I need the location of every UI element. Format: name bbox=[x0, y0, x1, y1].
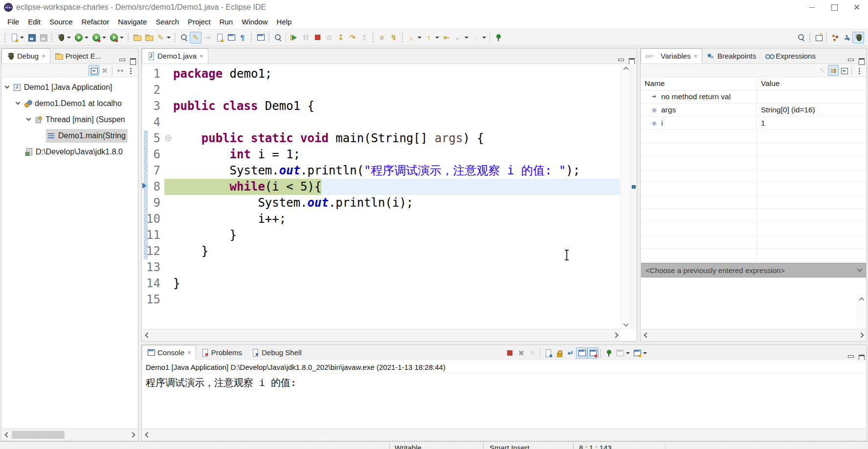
menu-item-edit[interactable]: Edit bbox=[23, 16, 45, 27]
back-button[interactable]: ← bbox=[452, 32, 464, 43]
scroll-right-icon[interactable] bbox=[857, 329, 866, 341]
drop-to-frame-button[interactable]: ↯ bbox=[388, 32, 400, 43]
scroll-up-icon[interactable] bbox=[859, 297, 864, 302]
close-tab-icon[interactable]: × bbox=[187, 349, 191, 356]
minimize-editor-button[interactable] bbox=[617, 58, 624, 64]
minimize-view-button[interactable] bbox=[118, 58, 125, 64]
java-browsing-perspective-button[interactable] bbox=[829, 32, 841, 43]
remove-launch-button[interactable]: ✖ bbox=[515, 347, 527, 359]
open-type-button[interactable] bbox=[178, 32, 190, 43]
show-type-names-button[interactable]: ✎ bbox=[817, 65, 828, 76]
run-button-dropdown-icon[interactable] bbox=[85, 37, 89, 39]
java-perspective-button[interactable] bbox=[841, 32, 852, 43]
back-button-dropdown-icon[interactable] bbox=[465, 37, 468, 39]
expression-combo[interactable]: <Choose a previously entered expression> bbox=[641, 263, 866, 278]
show-whitespace-button[interactable]: ¶ bbox=[237, 32, 248, 43]
next-annotation-button-dropdown-icon[interactable] bbox=[418, 37, 422, 39]
variables-row[interactable]: argsString[0] (id=16) bbox=[641, 104, 867, 117]
scroll-right-icon[interactable] bbox=[129, 429, 137, 440]
code-line[interactable]: 8 while(i < 5){ bbox=[142, 179, 620, 195]
disconnect-button[interactable]: ⊘ bbox=[323, 32, 335, 43]
tree-expanded-icon[interactable] bbox=[16, 100, 21, 105]
close-tab-icon[interactable]: × bbox=[200, 52, 203, 60]
menu-item-file[interactable]: File bbox=[3, 16, 23, 27]
debug-tree-item[interactable]: D:\Develop\Java\jdk1.8.0 bbox=[1, 144, 138, 160]
suspend-button[interactable] bbox=[300, 32, 312, 43]
code-line[interactable]: 2 bbox=[142, 82, 620, 98]
close-tab-icon[interactable]: × bbox=[42, 52, 45, 60]
terminate-button[interactable] bbox=[312, 32, 323, 43]
debug-tab-debug[interactable]: Debug× bbox=[1, 48, 50, 64]
fold-marker-icon[interactable] bbox=[164, 130, 173, 147]
menu-item-project[interactable]: Project bbox=[183, 16, 215, 27]
profile-button[interactable] bbox=[108, 32, 119, 43]
new-wizard-button[interactable] bbox=[8, 32, 20, 43]
collapse-all-button[interactable] bbox=[839, 65, 849, 76]
column-name[interactable]: Name bbox=[641, 77, 757, 90]
tree-expanded-icon[interactable] bbox=[5, 84, 10, 89]
debug-tree-item[interactable]: demo1.Demo1 at localho bbox=[1, 95, 138, 111]
maximize-window-button[interactable] bbox=[823, 0, 846, 15]
word-wrap-button[interactable]: ↵ bbox=[565, 347, 576, 359]
step-over-button[interactable]: ↷ bbox=[347, 32, 358, 43]
forward-button[interactable]: → bbox=[470, 32, 482, 43]
new-wizard-button-dropdown-icon[interactable] bbox=[20, 37, 24, 39]
resume-button[interactable] bbox=[288, 32, 300, 43]
remove-all-launches-button[interactable]: ✖ bbox=[527, 347, 538, 359]
open-task-button[interactable] bbox=[143, 32, 155, 43]
view-menu-button[interactable] bbox=[125, 65, 136, 76]
scroll-lock-button[interactable] bbox=[554, 347, 565, 359]
java-editor[interactable]: 1package demo1;23public class Demo1 {45 … bbox=[142, 64, 637, 341]
right-tab-expressions[interactable]: Expressions bbox=[760, 48, 820, 64]
forward-button-dropdown-icon[interactable] bbox=[482, 37, 486, 39]
code-line[interactable]: 14} bbox=[142, 276, 620, 292]
code-line[interactable]: 6 int i = 1; bbox=[142, 147, 620, 163]
column-value[interactable]: Value bbox=[757, 79, 867, 88]
external-tools-button[interactable]: ✎ bbox=[155, 32, 166, 43]
remove-all-terminated-button[interactable]: ✖ bbox=[99, 65, 110, 76]
chevron-down-icon[interactable] bbox=[857, 266, 862, 272]
current-line-marker[interactable] bbox=[632, 185, 636, 189]
overview-ruler[interactable] bbox=[630, 64, 637, 329]
menu-item-help[interactable]: Help bbox=[272, 16, 296, 27]
variables-row[interactable]: i1 bbox=[641, 117, 867, 130]
pin-editor-button[interactable] bbox=[492, 32, 504, 43]
code-line[interactable]: 7 System.out.println("程序调试演示，注意观察 i 的值: … bbox=[142, 163, 620, 179]
run-button[interactable] bbox=[72, 32, 84, 43]
scroll-down-icon[interactable] bbox=[623, 321, 628, 326]
profile-button-dropdown-icon[interactable] bbox=[120, 37, 124, 39]
right-tab-breakpoints[interactable]: Breakpoints bbox=[702, 48, 760, 64]
next-edit-button[interactable]: ⇥ bbox=[201, 32, 213, 43]
save-button[interactable] bbox=[25, 32, 37, 43]
console-output-area[interactable]: Demo1 [Java Application] D:\Develop\Java… bbox=[142, 360, 867, 429]
editor-tab-demo1-java[interactable]: Demo1.java× bbox=[142, 48, 208, 64]
editor-vscrollbar[interactable] bbox=[621, 64, 630, 329]
scrollbar-thumb[interactable] bbox=[12, 431, 65, 439]
maximize-view-button[interactable] bbox=[858, 354, 865, 360]
code-line[interactable]: 4 bbox=[142, 114, 620, 130]
scroll-left-icon[interactable] bbox=[641, 329, 650, 341]
display-selected-console-button[interactable] bbox=[254, 32, 266, 43]
minimize-view-button[interactable] bbox=[847, 354, 854, 360]
code-line[interactable]: 15 bbox=[142, 292, 620, 308]
variables-row[interactable]: no method return val bbox=[641, 90, 867, 104]
scroll-right-icon[interactable] bbox=[612, 329, 621, 341]
open-task-page-button[interactable] bbox=[213, 32, 225, 43]
coverage-button[interactable] bbox=[90, 32, 102, 43]
next-annotation-button[interactable]: ↓ bbox=[405, 32, 417, 43]
last-edit-location-button[interactable]: ⇤ bbox=[441, 32, 452, 43]
console-tab-console[interactable]: Console× bbox=[142, 345, 196, 360]
debug-perspective-button[interactable] bbox=[852, 32, 864, 43]
code-line[interactable]: 12 } bbox=[142, 243, 620, 259]
code-line[interactable]: 10 i++; bbox=[142, 211, 620, 227]
scroll-left-icon[interactable] bbox=[142, 329, 151, 341]
right-tab-variables[interactable]: Variables× bbox=[641, 48, 702, 64]
console-tab-problems[interactable]: Problems bbox=[196, 345, 246, 360]
scroll-left-icon[interactable] bbox=[2, 429, 11, 440]
skip-all-breakpoints-button[interactable]: ≡ bbox=[376, 32, 388, 43]
debug-tree-item[interactable]: Thread [main] (Suspen bbox=[1, 111, 138, 128]
show-logical-structure-button[interactable]: ⇉ bbox=[828, 65, 839, 76]
code-line[interactable]: 1package demo1; bbox=[142, 66, 620, 82]
mark-occurrences-button[interactable]: ✎ bbox=[190, 32, 201, 43]
previous-annotation-button-dropdown-icon[interactable] bbox=[435, 37, 439, 39]
